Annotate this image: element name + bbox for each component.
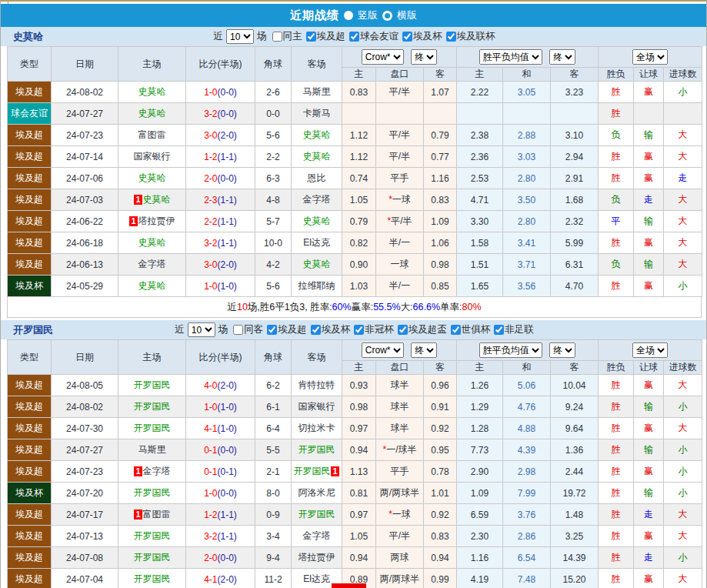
home-team-cell: 开罗国民 bbox=[118, 375, 186, 396]
odds-home-cell: 0.82 bbox=[342, 232, 376, 254]
odds-home-cell: 1.05 bbox=[342, 189, 376, 211]
competition-checkbox[interactable] bbox=[311, 325, 321, 335]
competition-checkbox[interactable] bbox=[494, 325, 504, 335]
near-label: 近 bbox=[175, 323, 185, 336]
competition-filter[interactable]: 埃及超盃 bbox=[398, 323, 447, 336]
competition-checkbox[interactable] bbox=[267, 325, 277, 335]
handicap-result-cell: 赢 bbox=[634, 526, 664, 547]
competition-filter[interactable]: 非足联 bbox=[494, 323, 534, 336]
team-label: 开罗国民 bbox=[298, 444, 335, 455]
home-team-cell: 史莫哈 bbox=[118, 232, 186, 254]
competition-checkbox[interactable] bbox=[349, 32, 359, 42]
euro-away-cell: 2.94 bbox=[551, 146, 599, 168]
table-header-row-groups: 类型 日期 主场 比分(半场) 角球 客场 Crow* 终 胜平负均值 终 bbox=[8, 47, 702, 68]
competition-checkbox[interactable] bbox=[402, 32, 412, 42]
layout-vertical-label[interactable]: 竖版 bbox=[358, 8, 378, 22]
scope-select[interactable]: 全场 bbox=[632, 49, 668, 65]
competition-filter[interactable]: 埃及超 bbox=[267, 323, 307, 336]
competition-label: 埃及联杯 bbox=[457, 30, 495, 43]
competition-filter[interactable]: 球会友谊 bbox=[349, 30, 399, 43]
euro-away-cell: 6.31 bbox=[551, 254, 599, 276]
match-count-select[interactable]: 10 bbox=[188, 322, 215, 337]
odds-line-cell: *一球 bbox=[376, 504, 424, 526]
match-count-select[interactable]: 10 bbox=[226, 29, 254, 44]
layout-horizontal-radio-icon[interactable] bbox=[382, 11, 392, 21]
same-venue-filter[interactable]: 同客 bbox=[233, 323, 263, 336]
odds-stage-select[interactable]: 终 bbox=[411, 49, 437, 65]
odds-line-cell: 平/半 bbox=[376, 146, 424, 168]
fulltime-score: 4-1 bbox=[204, 574, 217, 585]
competition-checkbox[interactable] bbox=[398, 325, 408, 335]
competition-filter[interactable]: 埃及杯 bbox=[402, 30, 442, 43]
fulltime-score: 0-1 bbox=[204, 466, 217, 477]
team-label: 国家银行 bbox=[298, 401, 335, 412]
competition-filter[interactable]: 埃及杯 bbox=[311, 323, 351, 336]
competition-cell: 埃及超 bbox=[8, 547, 52, 569]
odds-stage-select[interactable]: 终 bbox=[411, 342, 437, 358]
home-team-cell: 国家银行 bbox=[118, 146, 186, 168]
rank-badge: 1 bbox=[129, 216, 137, 226]
bookmaker-select[interactable]: Crow* bbox=[362, 342, 404, 358]
competition-checkbox[interactable] bbox=[451, 325, 461, 335]
odds-home-cell: 0.90 bbox=[342, 254, 376, 276]
euro-home-cell: 4.19 bbox=[457, 569, 503, 588]
competition-checkbox[interactable] bbox=[446, 32, 456, 42]
layout-vertical-radio-icon[interactable] bbox=[344, 11, 353, 20]
same-venue-checkbox[interactable] bbox=[272, 32, 282, 42]
layout-horizontal-label[interactable]: 横版 bbox=[397, 8, 417, 22]
home-team-cell: 史莫哈 bbox=[118, 103, 186, 125]
summary-segment: 10 bbox=[237, 302, 248, 312]
corner-cell: 6-3 bbox=[255, 168, 292, 189]
same-venue-checkbox[interactable] bbox=[233, 325, 243, 335]
odds-home-cell: 0.94 bbox=[342, 547, 376, 569]
team-label: 马斯里 bbox=[138, 444, 166, 455]
odds-away-cell: 1.16 bbox=[424, 168, 457, 189]
odds-away-cell bbox=[424, 103, 457, 125]
col-home: 主场 bbox=[118, 47, 186, 82]
date-cell: 24-07-23 bbox=[52, 461, 118, 483]
competition-cell: 埃及杯 bbox=[8, 483, 52, 504]
home-team-cell: 开罗国民 bbox=[118, 418, 186, 439]
competition-filter[interactable]: 世俱杯 bbox=[451, 323, 491, 336]
result-cell: 胜 bbox=[599, 396, 634, 418]
odds-away-cell: 1.07 bbox=[424, 82, 457, 103]
competition-filter[interactable]: 埃及超 bbox=[306, 30, 346, 43]
odds-line-cell: *一球 bbox=[376, 189, 424, 211]
competition-filter[interactable]: 埃及联杯 bbox=[446, 30, 495, 43]
rank-badge: 1 bbox=[331, 466, 338, 476]
odds-away-cell: 0.94 bbox=[424, 547, 457, 569]
corner-cell: 0-0 bbox=[255, 103, 292, 125]
top-strip bbox=[1, 0, 706, 4]
same-venue-filter[interactable]: 同主 bbox=[272, 30, 302, 43]
date-cell: 24-07-17 bbox=[52, 504, 118, 526]
corner-cell: 2-6 bbox=[255, 82, 292, 103]
odds-home-cell: 0.83 bbox=[342, 82, 376, 103]
team-label: 富图雷 bbox=[143, 509, 171, 520]
competition-checkbox[interactable] bbox=[354, 325, 364, 335]
scope-select[interactable]: 全场 bbox=[632, 342, 668, 358]
euro-draw-cell: 2.86 bbox=[503, 526, 551, 547]
col-corner: 角球 bbox=[255, 47, 292, 82]
odds-line-cell: 球半 bbox=[376, 375, 424, 396]
corner-cell: 4-2 bbox=[255, 254, 292, 276]
odds-line-cell: 平/半 bbox=[376, 82, 424, 103]
euro-odds-select[interactable]: 胜平负均值 bbox=[479, 49, 542, 65]
euro-home-cell: 1.16 bbox=[457, 547, 503, 569]
euro-stage-select[interactable]: 终 bbox=[549, 49, 575, 65]
date-cell: 24-07-06 bbox=[52, 168, 118, 189]
away-team-cell: 国家银行 bbox=[292, 396, 342, 418]
team-label: 开罗国民 bbox=[298, 509, 335, 520]
competition-checkbox[interactable] bbox=[306, 32, 316, 42]
competition-filter[interactable]: 非冠杯 bbox=[354, 323, 394, 336]
euro-stage-select[interactable]: 终 bbox=[549, 342, 575, 358]
bookmaker-select[interactable]: Crow* bbox=[362, 49, 404, 65]
euro-odds-select[interactable]: 胜平负均值 bbox=[479, 342, 542, 358]
col-euro-draw: 和 bbox=[503, 68, 551, 82]
odds-home-cell: 0.81 bbox=[342, 483, 376, 504]
euro-home-cell: 1.26 bbox=[457, 375, 503, 396]
odds-line-cell: 平/半 bbox=[376, 125, 424, 146]
result-cell: 胜 bbox=[599, 461, 634, 483]
fulltime-score: 3-0 bbox=[204, 130, 217, 141]
euro-home-cell: 7.73 bbox=[457, 439, 503, 461]
col-euro-away: 客 bbox=[551, 68, 599, 82]
